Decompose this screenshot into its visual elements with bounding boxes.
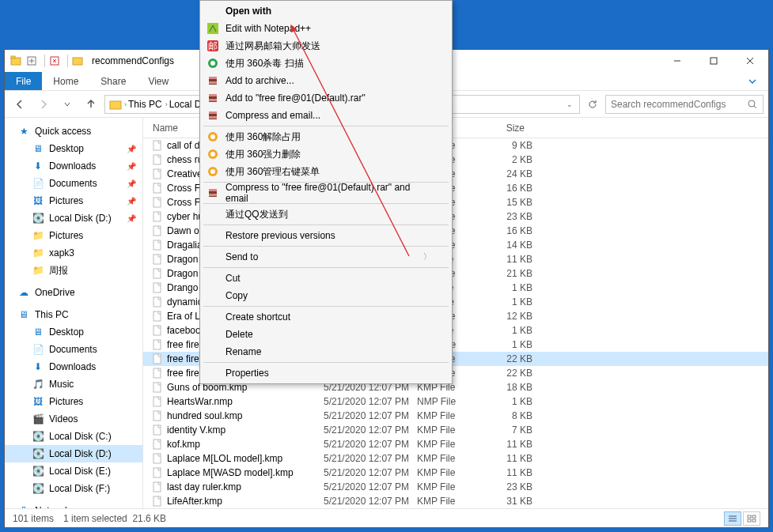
menu-item[interactable]: Delete [202, 326, 450, 343]
menu-item[interactable]: Properties [202, 364, 450, 382]
menu-item[interactable]: Add to "free fire@01(Default).rar" [202, 89, 450, 107]
pictures-icon: 🖼 [32, 395, 44, 408]
tab-share[interactable]: Share [89, 72, 137, 90]
sidebar-item[interactable]: 🖼Pictures📌 [5, 192, 142, 209]
sidebar-item[interactable]: 📄Documents [5, 341, 142, 358]
svg-rect-31 [153, 454, 161, 463]
tab-home[interactable]: Home [42, 72, 89, 90]
sidebar-item[interactable]: 🖼Pictures [5, 393, 142, 410]
sidebar-item[interactable]: 💽Local Disk (D:)📌 [5, 209, 142, 227]
sidebar-item[interactable]: ⬇Downloads [5, 358, 142, 375]
file-type: KMP File [417, 467, 483, 478]
sidebar-item[interactable]: 📁Pictures [5, 227, 142, 244]
menu-item[interactable]: 使用 360解除占用 [202, 128, 450, 145]
file-date: 5/21/2020 12:07 PM [324, 410, 417, 421]
nav-back-button[interactable] [9, 94, 30, 115]
svg-rect-14 [153, 212, 161, 221]
menu-item[interactable]: Rename [202, 343, 450, 360]
star-icon: ★ [17, 125, 30, 138]
table-row[interactable]: Laplace M[LOL model].kmp5/21/2020 12:07 … [143, 451, 768, 466]
file-type: KMP File [417, 410, 483, 421]
sidebar-item[interactable]: 🎬Videos [5, 410, 142, 428]
tab-view[interactable]: View [137, 72, 180, 90]
maximize-button[interactable] [695, 50, 732, 72]
ribbon-expand-icon[interactable] [737, 72, 768, 90]
table-row[interactable]: identity V.kmp5/21/2020 12:07 PMKMP File… [143, 423, 768, 437]
search-input[interactable] [611, 99, 747, 110]
sidebar-item[interactable]: 📁周报 [5, 262, 142, 279]
svg-point-57 [210, 152, 215, 157]
menu-item[interactable]: 邮通过网易邮箱大师发送 [202, 37, 450, 55]
sidebar-item[interactable]: 📁xapk3 [5, 244, 142, 262]
menu-item[interactable]: Compress and email... [202, 107, 450, 124]
menu-item[interactable]: 使用 360强力删除 [202, 145, 450, 163]
minimize-button[interactable] [659, 50, 695, 72]
nav-recent-button[interactable] [57, 94, 78, 115]
chevron-right-icon[interactable]: › [124, 100, 127, 108]
file-size: 8 KB [483, 410, 542, 421]
file-icon [151, 409, 164, 422]
sidebar-quick-access[interactable]: ★ Quick access [5, 123, 142, 140]
sidebar-item-label: Documents [49, 344, 97, 355]
table-row[interactable]: HeartsWar.nmp5/21/2020 12:07 PMNMP File1… [143, 394, 768, 409]
refresh-button[interactable] [583, 99, 602, 110]
menu-item[interactable]: Compress to "free fire@01(Default).rar" … [202, 184, 450, 202]
svg-rect-5 [73, 58, 82, 65]
chevron-down-icon[interactable]: ⌄ [566, 100, 573, 108]
close-button[interactable] [732, 50, 768, 72]
table-row[interactable]: kof.kmp5/21/2020 12:07 PMKMP File11 KB [143, 437, 768, 451]
tab-file[interactable]: File [5, 72, 42, 90]
menu-item-label: Restore previous versions [225, 230, 335, 241]
sidebar-item[interactable]: 💽Local Disk (E:) [5, 462, 142, 480]
menu-item[interactable]: Edit with Notepad++ [202, 20, 450, 37]
menu-item[interactable]: Open with [202, 2, 450, 20]
folder-icon: 📁 [32, 229, 44, 242]
sidebar-item[interactable]: 🖥Desktop [5, 323, 142, 341]
sidebar-item-label: Downloads [49, 361, 96, 372]
menu-item[interactable]: 使用 360杀毒 扫描 [202, 55, 450, 72]
properties-icon[interactable] [48, 55, 61, 67]
svg-point-59 [210, 169, 215, 174]
search-icon[interactable] [747, 99, 758, 110]
nav-forward-button[interactable] [33, 94, 54, 115]
sidebar-item[interactable]: ⬇Downloads📌 [5, 157, 142, 175]
cloud-icon: ☁ [17, 286, 30, 299]
column-size[interactable]: Size [476, 123, 534, 134]
menu-item[interactable]: Restore previous versions [202, 227, 450, 244]
file-size: 31 KB [483, 496, 542, 507]
sidebar-network[interactable]: 🖧 Network [5, 502, 142, 508]
svg-rect-21 [153, 311, 161, 321]
svg-rect-37 [752, 515, 756, 518]
sidebar-item[interactable]: 💽Local Disk (F:) [5, 480, 142, 497]
menu-item[interactable]: Send to〉 [202, 248, 450, 266]
sidebar-item[interactable]: 🖥Desktop📌 [5, 140, 142, 157]
sidebar-item[interactable]: 💽Local Disk (D:) [5, 445, 142, 462]
sidebar-item[interactable]: 💽Local Disk (C:) [5, 428, 142, 445]
view-details-button[interactable] [724, 511, 741, 526]
menu-item[interactable]: Cut [202, 270, 450, 287]
table-row[interactable]: LifeAfter.kmp5/21/2020 12:07 PMKMP File3… [143, 494, 768, 508]
nav-up-button[interactable] [81, 94, 101, 115]
sidebar-this-pc[interactable]: 🖥 This PC [5, 306, 142, 323]
svg-rect-47 [209, 81, 217, 84]
breadcrumb-part[interactable]: This PC› [128, 99, 168, 110]
sidebar-item[interactable]: 📄Documents📌 [5, 175, 142, 192]
qa-menu-icon[interactable] [25, 55, 38, 67]
file-size: 7 KB [483, 424, 542, 436]
table-row[interactable]: hundred soul.kmp5/21/2020 12:07 PMKMP Fi… [143, 409, 768, 423]
menu-item[interactable]: Copy [202, 287, 450, 304]
sidebar-item[interactable]: 🎵Music [5, 375, 142, 393]
svg-rect-62 [209, 194, 217, 196]
menu-item[interactable]: Create shortcut [202, 308, 450, 326]
menu-item[interactable]: Add to archive... [202, 72, 450, 89]
menu-item[interactable]: 使用 360管理右键菜单 [202, 163, 450, 180]
sidebar-onedrive[interactable]: ☁ OneDrive [5, 284, 142, 301]
search-box[interactable] [605, 95, 764, 114]
view-icons-button[interactable] [743, 511, 760, 526]
file-icon [151, 182, 164, 194]
rar-icon [207, 109, 219, 122]
table-row[interactable]: last day ruler.kmp5/21/2020 12:07 PMKMP … [143, 480, 768, 494]
window-title: recommendConfigs [92, 55, 174, 66]
menu-item[interactable]: 通过QQ发送到 [202, 206, 450, 223]
table-row[interactable]: Laplace M[WASD model].kmp5/21/2020 12:07… [143, 466, 768, 480]
